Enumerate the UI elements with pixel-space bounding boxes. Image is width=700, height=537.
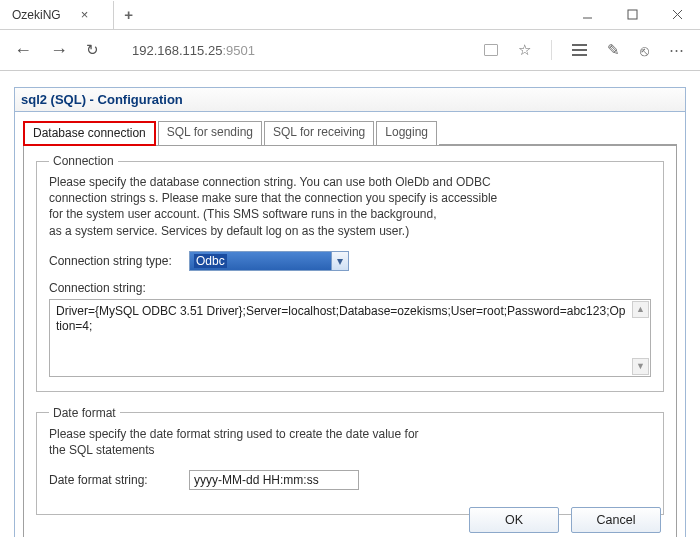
connection-type-select[interactable]: Odbc ▾ xyxy=(189,251,349,271)
share-icon[interactable]: ⎋ xyxy=(640,42,649,59)
separator xyxy=(551,40,552,60)
refresh-button[interactable]: ↻ xyxy=(86,41,99,59)
tab-page-database-connection: Connection Please specify the database c… xyxy=(23,145,677,537)
scroll-up-button[interactable]: ▲ xyxy=(632,301,649,318)
note-icon[interactable]: ✎ xyxy=(607,41,620,59)
window-close-button[interactable] xyxy=(655,1,700,29)
dateformat-description: Please specify the date format string us… xyxy=(49,426,651,458)
cancel-button[interactable]: Cancel xyxy=(571,507,661,533)
connection-description: Please specify the database connection s… xyxy=(49,174,651,239)
browser-tab[interactable]: OzekiNG × xyxy=(0,1,114,29)
new-tab-button[interactable]: + xyxy=(114,6,143,23)
config-panel: Database connection SQL for sending SQL … xyxy=(14,111,686,537)
browser-tab-title: OzekiNG xyxy=(12,8,61,22)
connection-fieldset: Connection Please specify the database c… xyxy=(36,154,664,392)
page-title: sql2 (SQL) - Configuration xyxy=(14,87,686,111)
window-minimize-button[interactable] xyxy=(565,1,610,29)
scroll-down-button[interactable]: ▼ xyxy=(632,358,649,375)
ok-button[interactable]: OK xyxy=(469,507,559,533)
tab-sql-receiving[interactable]: SQL for receiving xyxy=(264,121,374,146)
hub-icon[interactable] xyxy=(572,44,587,56)
address-host: 192.168.115.25 xyxy=(132,43,222,58)
tab-logging[interactable]: Logging xyxy=(376,121,437,146)
dateformat-legend: Date format xyxy=(49,406,120,420)
reading-view-icon[interactable] xyxy=(484,44,498,56)
favorites-icon[interactable]: ☆ xyxy=(518,41,531,59)
connection-legend: Connection xyxy=(49,154,118,168)
dateformat-fieldset: Date format Please specify the date form… xyxy=(36,406,664,515)
more-icon[interactable]: ⋯ xyxy=(669,41,684,59)
dateformat-input[interactable] xyxy=(189,470,359,490)
forward-button[interactable]: → xyxy=(50,40,68,61)
address-bar[interactable]: 192.168.115.25:9501 xyxy=(117,43,472,58)
address-port: :9501 xyxy=(222,43,255,58)
connection-type-label: Connection string type: xyxy=(49,254,189,268)
connection-string-textarea[interactable]: Driver={MySQL ODBC 3.51 Driver};Server=l… xyxy=(49,299,651,377)
svg-rect-1 xyxy=(628,10,637,19)
connection-type-value: Odbc xyxy=(194,254,227,268)
back-button[interactable]: ← xyxy=(14,40,32,61)
tab-database-connection[interactable]: Database connection xyxy=(23,121,156,146)
dateformat-label: Date format string: xyxy=(49,473,189,487)
connection-string-value: Driver={MySQL ODBC 3.51 Driver};Server=l… xyxy=(56,304,628,335)
chevron-down-icon: ▾ xyxy=(331,252,348,270)
window-maximize-button[interactable] xyxy=(610,1,655,29)
tab-sql-sending[interactable]: SQL for sending xyxy=(158,121,262,146)
connection-string-label: Connection string: xyxy=(49,281,189,295)
close-tab-icon[interactable]: × xyxy=(81,7,89,22)
